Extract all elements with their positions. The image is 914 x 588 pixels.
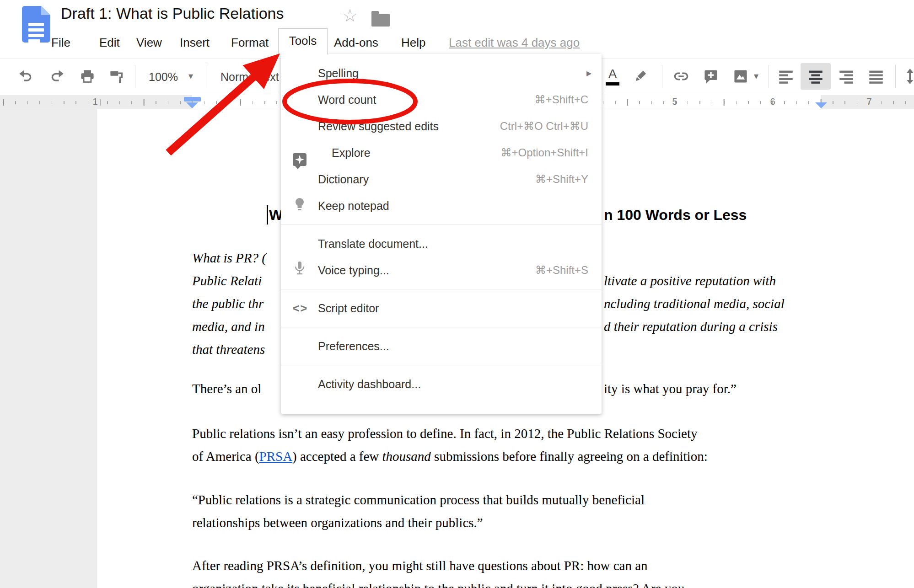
menu-view[interactable]: View	[136, 36, 162, 50]
paint-format-icon[interactable]	[109, 69, 124, 84]
text-color-button[interactable]: A	[605, 67, 620, 86]
line-italic-word: thousand	[382, 449, 431, 464]
menu-item-label: Dictionary	[318, 173, 369, 186]
redo-icon[interactable]	[49, 69, 65, 84]
line-left-fragment: media, and in	[192, 319, 265, 334]
line-right-fragment: ncluding traditional media, social	[604, 296, 785, 311]
menu-item-spelling[interactable]: Spelling ▸	[281, 60, 602, 86]
menu-item-translate-document[interactable]: Translate document...	[281, 230, 602, 257]
align-justify-icon[interactable]	[868, 69, 884, 84]
menu-item-label: Word count	[318, 93, 376, 107]
menu-add-ons[interactable]: Add-ons	[334, 36, 378, 50]
menu-item-label: Activity dashboard...	[318, 378, 421, 391]
menu-item-label: Script editor	[318, 302, 379, 315]
align-center-icon[interactable]	[808, 69, 823, 84]
insert-image-icon[interactable]	[733, 69, 748, 84]
logo-line	[28, 28, 44, 32]
logo-line	[28, 23, 44, 26]
right-indent-marker[interactable]	[815, 102, 827, 108]
microphone-icon	[293, 261, 306, 280]
line-left-fragment: Public Relati	[192, 273, 262, 288]
menu-item-word-count[interactable]: Word count ⌘+Shift+C	[281, 86, 602, 113]
menu-item-voice-typing[interactable]: Voice typing... ⌘+Shift+S	[281, 257, 602, 283]
toolbar-separator	[206, 65, 206, 88]
menu-help[interactable]: Help	[401, 36, 425, 50]
menu-item-preferences[interactable]: Preferences...	[281, 333, 602, 359]
doc-line: relationships between organizations and …	[192, 515, 483, 530]
line-left-fragment: the public thr	[192, 296, 263, 311]
line-text: submissions before finally agreeing on a…	[431, 449, 708, 464]
document-title[interactable]: Draft 1: What is Public Relations	[61, 5, 284, 22]
doc-line: Public relations isn’t an easy professio…	[192, 426, 697, 441]
zoom-select[interactable]: 100%	[149, 70, 178, 84]
toolbar-separator	[769, 65, 769, 88]
align-right-icon[interactable]	[839, 69, 854, 84]
submenu-arrow-icon: ▸	[586, 67, 591, 79]
menu-item-label: Voice typing...	[318, 264, 389, 277]
toolbar-separator	[135, 65, 135, 88]
menu-tools-active[interactable]: Tools	[278, 28, 328, 54]
star-icon[interactable]: ☆	[342, 5, 358, 26]
add-comment-icon[interactable]	[703, 69, 719, 84]
prsa-link[interactable]: PRSA	[259, 449, 293, 464]
heading-right-fragment: n 100 Words or Less	[604, 207, 747, 224]
tools-dropdown-menu: Spelling ▸ Word count ⌘+Shift+C Review s…	[281, 54, 602, 414]
doc-line: What is PR? (	[192, 251, 266, 266]
menu-divider	[281, 327, 602, 327]
text-color-label: A	[608, 67, 617, 81]
explore-icon	[293, 153, 306, 166]
line-right-fragment: ity is what you pray for.”	[604, 381, 737, 396]
menu-item-shortcut: ⌘+Option+Shift+I	[501, 146, 588, 159]
menu-item-label: Explore	[332, 146, 371, 160]
last-edit-link[interactable]: Last edit was 4 days ago	[449, 36, 580, 50]
first-line-indent-marker[interactable]	[184, 97, 201, 102]
highlight-icon[interactable]	[632, 69, 648, 84]
menu-item-review-suggested-edits[interactable]: Review suggested edits Ctrl+⌘O Ctrl+⌘U	[281, 113, 602, 139]
menu-divider	[281, 289, 602, 289]
toolbar-separator	[895, 65, 896, 88]
line-left-fragment: that threatens	[192, 342, 265, 357]
menu-item-shortcut: ⌘+Shift+Y	[535, 173, 588, 186]
undo-icon[interactable]	[18, 69, 34, 84]
lightbulb-icon	[293, 197, 306, 215]
doc-line: of America (PRSA) accepted a few thousan…	[192, 449, 708, 464]
menu-item-script-editor[interactable]: <> Script editor	[281, 295, 602, 321]
line-left-fragment: There’s an ol	[192, 381, 261, 396]
menu-item-shortcut: ⌘+Shift+C	[535, 93, 588, 106]
menu-file[interactable]: File	[51, 36, 70, 50]
doc-line: There’s an ol ity is what you pray for.”	[192, 381, 261, 396]
text-cursor	[267, 205, 268, 225]
menu-format[interactable]: Format	[231, 36, 269, 50]
line-left-fragment: What is PR? (	[192, 251, 266, 265]
line-spacing-icon[interactable]	[902, 69, 914, 84]
image-caret-icon[interactable]: ▾	[754, 70, 758, 81]
menu-divider	[281, 365, 602, 365]
print-icon[interactable]	[80, 69, 95, 84]
menu-item-explore[interactable]: Explore ⌘+Option+Shift+I	[281, 139, 602, 166]
google-docs-window: Draft 1: What is Public Relations ☆ File…	[0, 0, 914, 588]
menu-divider	[281, 225, 602, 225]
toolbar-separator	[662, 65, 662, 88]
insert-link-icon[interactable]	[673, 69, 689, 84]
menu-edit[interactable]: Edit	[99, 36, 120, 50]
left-indent-marker[interactable]	[186, 102, 198, 108]
align-left-icon[interactable]	[778, 69, 794, 84]
folder-icon[interactable]	[371, 14, 390, 27]
menu-item-label: Translate document...	[318, 237, 428, 251]
menu-item-keep-notepad[interactable]: Keep notepad	[281, 192, 602, 219]
zoom-caret-icon[interactable]: ▾	[188, 70, 193, 81]
menu-item-dictionary[interactable]: Dictionary ⌘+Shift+Y	[281, 166, 602, 192]
menu-item-label: Preferences...	[318, 340, 389, 353]
menu-item-label: Keep notepad	[318, 199, 389, 213]
code-icon: <>	[293, 302, 308, 315]
ruler-label: 6	[766, 96, 780, 107]
doc-line: that threatens	[192, 342, 265, 357]
logo-fold-shade	[41, 6, 50, 15]
menu-insert[interactable]: Insert	[180, 36, 210, 50]
doc-line: organization take its beneficial relatio…	[192, 581, 684, 588]
doc-line: media, and in d their reputation during …	[192, 319, 265, 334]
doc-line: Public Relati ltivate a positive reputat…	[192, 273, 262, 289]
doc-line: the public thr ncluding traditional medi…	[192, 296, 263, 311]
menu-item-activity-dashboard[interactable]: Activity dashboard...	[281, 371, 602, 397]
styles-select[interactable]: Normal text	[220, 70, 279, 84]
